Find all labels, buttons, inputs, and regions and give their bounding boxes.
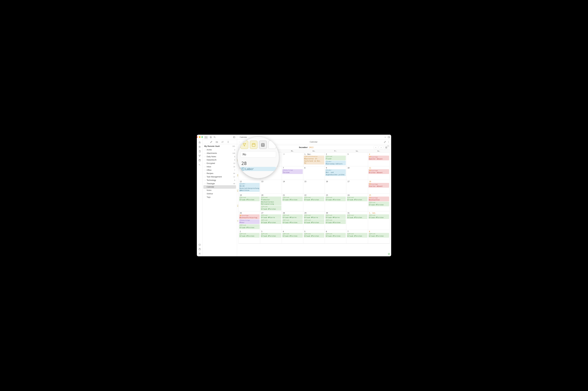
day-cell[interactable]: 7GeburtstageTorsten	[282, 166, 303, 180]
folder-item[interactable]: ›Theologie44	[202, 182, 237, 186]
calendar-event[interactable]: PrivatUrlaub #Torsten	[347, 233, 367, 238]
calendar-event[interactable]: LaborNot- und Augenduschen prüfen	[325, 169, 346, 176]
calendar-event[interactable]: PrivatUrlaub #Torsten	[304, 233, 324, 238]
calendar-event[interactable]: PrivatUrlaub #Pierre	[325, 214, 346, 219]
folder-item[interactable]: ›Daily Notes8	[202, 155, 237, 158]
folder-item[interactable]: ›Task Management12	[202, 175, 237, 179]
calendar-icon[interactable]	[198, 159, 201, 161]
calendar-event[interactable]: GeburtstagePeter	[239, 219, 260, 224]
active-tab[interactable]: Calendar	[238, 136, 248, 139]
page-icon[interactable]	[198, 150, 201, 152]
day-cell[interactable]: 30PrivatUrlaub #PierrePrivatUrlaub #Tors…	[325, 211, 346, 230]
day-cell[interactable]: 28PrivatUrlaub #PierrePrivatUrlaub #Tors…	[282, 211, 303, 230]
folder-item[interactable]: ›Technology9	[202, 179, 237, 182]
calendar-event[interactable]: LaborMikroskop köhlern	[325, 161, 346, 165]
day-cell[interactable]: 8	[303, 166, 325, 180]
file-item[interactable]: Calendar	[203, 185, 236, 189]
day-cell[interactable]: 2PrivatFrisörLaborMikroskop köhlern	[325, 153, 346, 166]
day-cell[interactable]: 4FeiertageZweiter Advent	[368, 153, 390, 166]
new-folder-icon[interactable]	[216, 141, 218, 143]
day-cell[interactable]: 21PrivatUrlaub #Torsten	[282, 194, 303, 211]
calendar-event[interactable]: FeiertageDritter Advent	[369, 169, 389, 174]
day-cell[interactable]: 27PrivatUrlaub #PierrePrivatUrlaub #Tors…	[260, 211, 282, 230]
calendar-event[interactable]: PrivatUrlaub #Torsten	[282, 196, 303, 201]
calendar-event[interactable]: PrivatUrlaub #Torsten	[304, 196, 324, 201]
lock-icon[interactable]	[198, 141, 201, 144]
calendar-event[interactable]: PrivatUrlaub #Torsten	[261, 233, 281, 238]
calendar-event[interactable]: PrivatUrlaub #Torsten	[325, 233, 346, 238]
day-cell[interactable]: 17	[346, 180, 368, 194]
calendar-event[interactable]: PrivatUrlaub #Pierre	[282, 214, 303, 219]
calendar-event[interactable]: PrivatUrlaub #Torsten	[261, 206, 281, 210]
chevron-down-icon[interactable]	[384, 136, 387, 138]
calendar-event[interactable]: PrivatUrlaub #Torsten	[282, 219, 303, 224]
new-note-icon[interactable]	[210, 141, 212, 143]
calendar-event[interactable]: PrivatUrlaub #Torsten	[347, 196, 367, 201]
file-item[interactable]: Notes	[202, 189, 237, 192]
calendar-event[interactable]: FeiertageWeihnachten	[369, 196, 389, 201]
trash-icon[interactable]	[198, 146, 201, 148]
calendar-event[interactable]: FeiertageVierter Advent	[369, 183, 389, 188]
folder-item[interactable]: ›Office7	[202, 169, 237, 172]
folder-item[interactable]: ›Encrypted13	[202, 162, 237, 165]
day-cell[interactable]: 11FeiertageDritter Advent	[368, 166, 390, 180]
search-icon[interactable]	[213, 136, 216, 138]
calendar-event[interactable]: PrivatUrlaub #Torsten	[239, 224, 260, 229]
day-cell[interactable]: 19PrivatUrlaub #Torsten	[239, 194, 260, 211]
day-cell[interactable]: 8PrivatUrlaub #Torsten	[368, 230, 390, 244]
file-item[interactable]: Tags	[202, 196, 237, 199]
day-cell[interactable]: 6PrivatUrlaub #Torsten	[325, 230, 346, 244]
folder-item[interactable]: ›Attachments146	[202, 152, 237, 155]
gear-icon[interactable]	[198, 252, 201, 255]
next-month-button[interactable]: →	[379, 146, 383, 149]
folder-open-icon[interactable]	[204, 135, 208, 139]
day-cell[interactable]: 25FeiertageWeihnachtenPrivatUrlaub #Tors…	[368, 194, 390, 211]
calendar-event[interactable]: PrivatUrlaub #Torsten	[347, 214, 367, 219]
panel-toggle-icon[interactable]	[233, 136, 235, 138]
lens-search-input[interactable]: Mo	[240, 151, 276, 158]
day-cell[interactable]: 26FeiertageWeihnachtsfeiertagGeburtstage…	[239, 211, 260, 230]
calendar-event[interactable]: PrivatUrlaub #Pierre	[261, 214, 281, 219]
day-cell[interactable]: 13	[260, 180, 282, 194]
close-dot[interactable]	[197, 136, 198, 138]
day-cell[interactable]: 20PrivatFrühester Wechseltermin Helixpie…	[260, 194, 282, 211]
sidedock-icon[interactable]	[388, 136, 390, 138]
day-cell[interactable]: 9LaborNot- und Augenduschen prüfen	[325, 166, 346, 180]
lens-event[interactable]: Labor	[240, 167, 276, 171]
graph-icon[interactable]	[198, 155, 201, 157]
day-cell[interactable]: 29PrivatUrlaub #PierrePrivatUrlaub #Tors…	[303, 211, 325, 230]
collapse-icon[interactable]	[227, 141, 229, 143]
day-cell[interactable]: 16	[325, 180, 346, 194]
calendar-event[interactable]: PrivatUrlaub #Pierre	[304, 214, 324, 219]
day-cell[interactable]: 4PrivatUrlaub #Torsten	[282, 230, 303, 244]
calendar-event[interactable]: FeiertageWeihnachtsfeiertag	[239, 214, 260, 219]
day-cell[interactable]: 24PrivatUrlaub #Torsten	[346, 194, 368, 211]
day-cell[interactable]: 22PrivatUrlaub #Torsten	[303, 194, 325, 211]
calendar-event[interactable]: DV-KoordinationNewsletter IT-Sachstand i…	[304, 156, 324, 165]
calendar-event[interactable]: PrivatUrlaub #Torsten	[369, 214, 389, 219]
help-icon[interactable]	[198, 248, 201, 250]
calendar-event[interactable]: PrivatUrlaub #Torsten	[369, 201, 389, 206]
calendar-event[interactable]: PrivatUrlaub #Torsten	[239, 233, 260, 238]
box-icon[interactable]	[198, 244, 201, 246]
calendar-event[interactable]: PrivatUrlaub #Torsten	[261, 219, 281, 224]
day-cell[interactable]: 31PrivatUrlaub #Torsten	[346, 211, 368, 230]
prev-month-button[interactable]: ←	[374, 146, 378, 149]
minimize-dot[interactable]	[199, 136, 200, 138]
folder-item[interactable]: ›Archiv3	[202, 148, 237, 152]
terminal-icon[interactable]	[198, 164, 201, 166]
day-cell[interactable]: 10	[346, 166, 368, 180]
calendar-event[interactable]: PrivatFrisör	[325, 156, 346, 160]
lens-week-button[interactable]	[259, 141, 267, 149]
calendar-event[interactable]: PrivatUrlaub #Torsten	[325, 219, 346, 224]
calendar-event[interactable]: PrivatFrühester Wechseltermin Helixpierc…	[261, 196, 281, 205]
calendar-event[interactable]: GeburtstageTorsten	[282, 169, 303, 174]
sort-icon[interactable]	[221, 141, 224, 143]
calendar-event[interactable]: PrivatUrlaub #Torsten	[325, 196, 346, 201]
day-cell[interactable]: 15	[303, 180, 325, 194]
lens-month-button[interactable]	[250, 141, 258, 149]
edit-icon[interactable]	[384, 141, 386, 143]
star-icon[interactable]	[210, 136, 212, 138]
day-cell[interactable]: 3PrivatUrlaub #Torsten	[260, 230, 282, 244]
calendar-event[interactable]: FeiertageZweiter Advent	[369, 156, 389, 160]
